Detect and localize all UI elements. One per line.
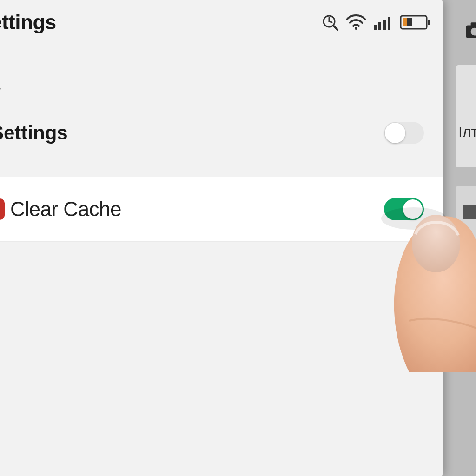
status-bar: ettings (0, 7, 431, 37)
svg-rect-1 (471, 22, 476, 26)
settings-row[interactable]: Settings (0, 114, 443, 152)
toggle-knob (385, 123, 405, 143)
background-peek-text: Iлто (458, 124, 476, 141)
background-card (456, 65, 476, 167)
truncated-label: a (0, 74, 0, 94)
clear-cache-toggle[interactable] (384, 198, 424, 220)
accent-indicator (0, 198, 5, 220)
signal-icon (373, 13, 393, 32)
page-title: ettings (0, 11, 56, 34)
settings-panel: ettings (0, 0, 443, 476)
svg-rect-15 (403, 18, 407, 26)
camera-icon (463, 19, 476, 42)
svg-rect-8 (374, 25, 377, 30)
status-icons (321, 13, 431, 32)
clock-icon (321, 13, 339, 32)
toggle-knob (403, 199, 423, 219)
svg-rect-11 (388, 17, 390, 30)
background-card-icon (463, 205, 476, 219)
clear-cache-label: Clear Cache (10, 198, 121, 221)
battery-icon (400, 14, 431, 31)
svg-point-7 (355, 27, 357, 30)
settings-label: Settings (0, 122, 68, 144)
svg-line-6 (333, 26, 337, 30)
section-label-truncated: a (0, 70, 443, 98)
svg-rect-13 (428, 20, 430, 25)
clear-cache-row[interactable]: Clear Cache (0, 177, 443, 242)
svg-rect-10 (383, 20, 386, 30)
settings-toggle[interactable] (384, 122, 424, 144)
svg-line-5 (329, 21, 332, 22)
wifi-icon (346, 13, 366, 32)
svg-rect-9 (378, 22, 381, 30)
